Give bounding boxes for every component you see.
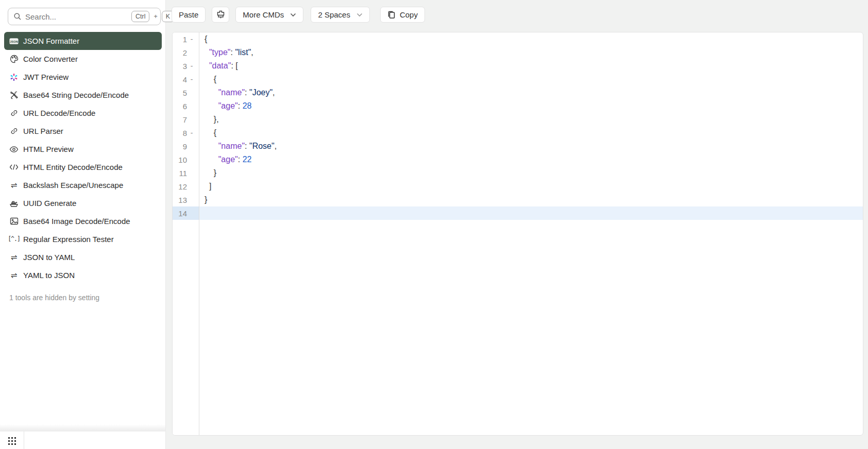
tools-icon <box>9 91 19 100</box>
gutter-line-7: 7 <box>173 113 199 126</box>
shortcut-plus: + <box>154 13 157 20</box>
indent-label: 2 Spaces <box>318 10 350 19</box>
code-line-10: "age": 22 <box>199 153 863 166</box>
gutter-line-3: 3- <box>173 59 199 73</box>
link-icon <box>9 127 19 136</box>
indent-dropdown[interactable]: 2 Spaces <box>311 7 370 23</box>
sidebar-item-html-entity-decode-encode[interactable]: HTML Entity Decode/Encode <box>4 158 162 176</box>
fold-marker-icon[interactable]: - <box>187 129 196 137</box>
image-icon <box>9 217 19 226</box>
code-line-3: "data": [ <box>199 59 863 73</box>
sidebar-item-label: HTML Preview <box>23 145 74 153</box>
sidebar-item-html-preview[interactable]: HTML Preview <box>4 140 162 158</box>
sidebar-item-backslash-escape-unescape[interactable]: ⇌Backslash Escape/Unescape <box>4 176 162 194</box>
sidebar-item-json-formatter[interactable]: JSONJSON Formatter <box>4 32 162 50</box>
jwt-burst-icon <box>9 73 19 82</box>
sidebar-item-json-to-yaml[interactable]: ⇌JSON to YAML <box>4 248 162 266</box>
gutter-line-1: 1- <box>173 32 199 46</box>
gutter-line-11: 11 <box>173 166 199 180</box>
search-input[interactable] <box>25 12 128 21</box>
code-line-14 <box>199 206 863 220</box>
more-cmds-label: More CMDs <box>243 10 284 19</box>
sidebar-item-label: URL Parser <box>23 127 63 135</box>
gutter-line-10: 10 <box>173 153 199 166</box>
code-line-6: "age": 28 <box>199 99 863 113</box>
sidebar-item-label: JSON to YAML <box>23 253 75 262</box>
copy-icon <box>387 11 396 19</box>
code-line-7: }, <box>199 113 863 126</box>
swap-icon: ⇌ <box>9 253 19 262</box>
sidebar-item-yaml-to-json[interactable]: ⇌YAML to JSON <box>4 266 162 284</box>
sidebar-item-regular-expression-tester[interactable]: [^.]Regular Expression Tester <box>4 230 162 248</box>
sidebar-item-jwt-preview[interactable]: JWT Preview <box>4 68 162 86</box>
code-line-8: { <box>199 126 863 140</box>
ship-icon <box>9 199 19 208</box>
code-area[interactable]: { "type": "list", "data": [ { "name": "J… <box>199 32 863 435</box>
sidebar-item-label: JWT Preview <box>23 73 69 81</box>
sidebar-item-label: JSON Formatter <box>23 37 79 45</box>
code-line-4: { <box>199 73 863 86</box>
bottom-bar <box>0 431 165 449</box>
code-line-11: } <box>199 166 863 180</box>
format-button[interactable] <box>212 7 229 23</box>
fold-marker-icon[interactable]: - <box>187 75 196 83</box>
chevron-down-icon <box>290 13 296 17</box>
sidebar-item-label: Color Converter <box>23 55 78 63</box>
code-icon <box>9 163 19 172</box>
sidebar-item-url-parser[interactable]: URL Parser <box>4 122 162 140</box>
sidebar-item-color-converter[interactable]: Color Converter <box>4 50 162 68</box>
code-line-1: { <box>199 32 863 46</box>
gutter-line-5: 5 <box>173 86 199 99</box>
search-icon <box>13 12 22 21</box>
sidebar-item-label: URL Decode/Encode <box>23 109 95 117</box>
sidebar-item-base64-image-decode-encode[interactable]: Base64 Image Decode/Encode <box>4 212 162 230</box>
apps-grid-button[interactable] <box>6 435 18 446</box>
gutter-line-6: 6 <box>173 99 199 113</box>
swap-icon: ⇌ <box>9 181 19 190</box>
line-number: 1 <box>173 35 187 44</box>
paste-button[interactable]: Paste <box>172 7 206 23</box>
line-number: 12 <box>173 182 187 191</box>
sidebar-item-base64-string-decode-encode[interactable]: Base64 String Decode/Encode <box>4 86 162 104</box>
fold-marker-icon[interactable]: - <box>187 62 196 70</box>
code-line-9: "name": "Rose", <box>199 140 863 153</box>
sidebar-item-label: Base64 String Decode/Encode <box>23 91 129 99</box>
editor-toolbar: Paste More CMDs 2 Spaces <box>172 7 425 23</box>
gutter-line-12: 12 <box>173 180 199 193</box>
line-number: 9 <box>173 142 187 151</box>
line-number: 10 <box>173 156 187 164</box>
hidden-tools-note: 1 tools are hidden by setting <box>9 293 99 302</box>
code-line-12: ] <box>199 180 863 193</box>
tool-list: JSONJSON FormatterColor ConverterJWT Pre… <box>0 32 166 284</box>
gutter-line-9: 9 <box>173 140 199 153</box>
gutter-line-8: 8- <box>173 126 199 140</box>
gutter-line-4: 4- <box>173 73 199 86</box>
line-number: 8 <box>173 129 187 137</box>
eye-icon <box>9 145 19 154</box>
copy-button[interactable]: Copy <box>380 7 425 23</box>
fold-marker-icon[interactable]: - <box>187 35 196 43</box>
json-editor[interactable]: 1-23-4-5678-91011121314 { "type": "list"… <box>172 32 863 436</box>
search-box[interactable]: Ctrl + K <box>8 8 161 25</box>
copy-button-label: Copy <box>400 10 418 19</box>
sidebar-item-label: YAML to JSON <box>23 271 75 280</box>
line-number: 13 <box>173 196 187 204</box>
line-number: 2 <box>173 48 187 57</box>
line-number: 7 <box>173 115 187 124</box>
line-number: 6 <box>173 102 187 111</box>
gutter-line-13: 13 <box>173 193 199 206</box>
swap-icon: ⇌ <box>9 271 19 280</box>
line-number: 14 <box>173 209 187 218</box>
regex-icon: [^.] <box>9 235 19 244</box>
more-cmds-dropdown[interactable]: More CMDs <box>235 7 303 23</box>
paint-brush-icon <box>216 10 225 19</box>
sidebar-item-uuid-generate[interactable]: UUID Generate <box>4 194 162 212</box>
sidebar-item-label: Base64 Image Decode/Encode <box>23 217 130 226</box>
sidebar-item-url-decode-encode[interactable]: URL Decode/Encode <box>4 104 162 122</box>
code-line-13: } <box>199 193 863 206</box>
sidebar-item-label: Backslash Escape/Unescape <box>23 181 123 189</box>
json-badge-icon: JSON <box>9 37 19 46</box>
code-line-5: "name": "Joey", <box>199 86 863 99</box>
ctrl-key-badge: Ctrl <box>131 11 149 23</box>
line-number-gutter: 1-23-4-5678-91011121314 <box>173 32 199 435</box>
